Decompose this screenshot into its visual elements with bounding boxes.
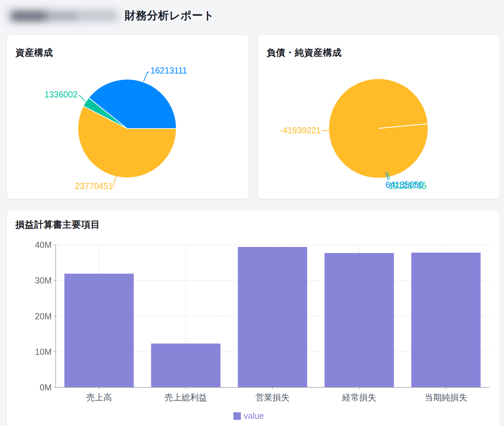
pie-label: 1336002 bbox=[44, 90, 78, 99]
x-axis-category-label: 経常損失 bbox=[342, 392, 376, 402]
pie-label: -41939221 bbox=[280, 125, 321, 135]
pie-label: 19123735 bbox=[389, 181, 426, 190]
liabilities-card-title: 負債・純資産構成 bbox=[267, 46, 342, 59]
assets-pie-chart: 16213111133600223770451 bbox=[7, 67, 249, 199]
pie-label-leader bbox=[144, 72, 149, 82]
bar[interactable] bbox=[151, 344, 220, 387]
income-statement-bar-chart: 0M10M20M30M40M売上高売上総利益営業損失経常損失当期純損失value bbox=[7, 210, 500, 426]
pie-label-leader bbox=[113, 176, 116, 187]
company-name-blurred bbox=[4, 2, 123, 28]
liabilities-pie-chart: 6413505019123735-41939221 bbox=[258, 67, 500, 199]
pie-label-leader bbox=[79, 96, 85, 102]
assets-composition-card: 資産構成 16213111133600223770451 bbox=[7, 35, 249, 199]
legend-label[interactable]: value bbox=[244, 411, 264, 421]
liabilities-composition-card: 負債・純資産構成 6413505019123735-41939221 bbox=[258, 35, 500, 199]
x-axis-category-label: 売上高 bbox=[86, 392, 112, 402]
bar[interactable] bbox=[325, 253, 394, 387]
pie-label: 23770451 bbox=[75, 181, 113, 191]
page-title: 財務分析レポート bbox=[125, 8, 214, 23]
bar[interactable] bbox=[64, 274, 134, 387]
y-axis-tick-label: 0M bbox=[40, 383, 52, 392]
y-axis-tick-label: 20M bbox=[35, 311, 52, 321]
pie-label: 16213111 bbox=[150, 67, 187, 75]
income-statement-card: 損益計算書主要項目 0M10M20M30M40M売上高売上総利益営業損失経常損失… bbox=[7, 210, 500, 426]
x-axis-category-label: 営業損失 bbox=[256, 392, 290, 402]
financial-report-page: 財務分析レポート 資産構成 16213111133600223770451 負債… bbox=[0, 0, 504, 426]
assets-card-title: 資産構成 bbox=[15, 46, 53, 59]
y-axis-tick-label: 10M bbox=[35, 347, 52, 357]
bar[interactable] bbox=[411, 253, 481, 387]
x-axis-category-label: 売上総利益 bbox=[164, 392, 207, 402]
bar[interactable] bbox=[238, 247, 307, 387]
x-axis-category-label: 当期純損失 bbox=[425, 392, 467, 402]
report-header: 財務分析レポート bbox=[0, 0, 504, 34]
legend-swatch[interactable] bbox=[233, 412, 241, 420]
y-axis-tick-label: 30M bbox=[35, 276, 52, 285]
y-axis-tick-label: 40M bbox=[35, 240, 52, 250]
